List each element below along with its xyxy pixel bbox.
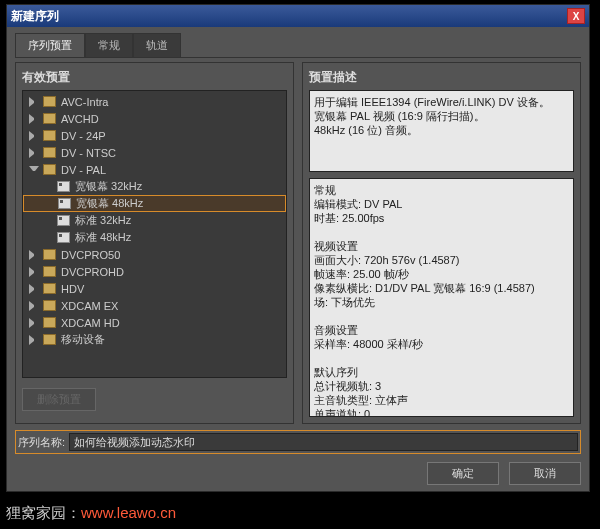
- folder-icon: [43, 96, 56, 107]
- delete-preset-button: 删除预置: [22, 388, 96, 411]
- detail-line: [314, 309, 569, 323]
- tree-item-label: 移动设备: [61, 332, 105, 347]
- tree-item-label: 宽银幕 32kHz: [75, 179, 142, 194]
- preset-icon: [58, 198, 71, 209]
- chevron-right-icon[interactable]: [29, 97, 39, 107]
- sequence-name-row: 序列名称:: [15, 430, 581, 454]
- tree-folder[interactable]: AVCHD: [23, 110, 286, 127]
- folder-icon: [43, 164, 56, 175]
- desc-line-2: 宽银幕 PAL 视频 (16:9 隔行扫描)。: [314, 110, 485, 122]
- detail-line: 总计视频轨: 3: [314, 379, 569, 393]
- detail-line: 视频设置: [314, 239, 569, 253]
- detail-line: [314, 351, 569, 365]
- tree-item-label: XDCAM HD: [61, 317, 120, 329]
- tree-item-label: DV - NTSC: [61, 147, 116, 159]
- tree-item-label: 标准 48kHz: [75, 230, 131, 245]
- tree-item-label: AVC-Intra: [61, 96, 108, 108]
- cancel-button[interactable]: 取消: [509, 462, 581, 485]
- tree-item-label: DV - 24P: [61, 130, 106, 142]
- preset-icon: [57, 215, 70, 226]
- new-sequence-dialog: 新建序列 X 序列预置 常规 轨道 有效预置 AVC-IntraAVCHDDV …: [6, 4, 590, 492]
- tree-preset[interactable]: 标准 48kHz: [23, 229, 286, 246]
- sequence-name-input[interactable]: [69, 433, 578, 451]
- tree-item-label: HDV: [61, 283, 84, 295]
- button-row: 确定 取消: [15, 462, 581, 485]
- folder-icon: [43, 113, 56, 124]
- tab-general[interactable]: 常规: [85, 33, 133, 57]
- detail-line: 音频设置: [314, 323, 569, 337]
- ok-button[interactable]: 确定: [427, 462, 499, 485]
- tree-folder[interactable]: HDV: [23, 280, 286, 297]
- chevron-right-icon[interactable]: [29, 335, 39, 345]
- detail-line: 编辑模式: DV PAL: [314, 197, 569, 211]
- chevron-right-icon[interactable]: [29, 148, 39, 158]
- chevron-right-icon[interactable]: [29, 250, 39, 260]
- footer-site: 狸窝家园：: [6, 504, 81, 521]
- tree-preset[interactable]: 宽银幕 32kHz: [23, 178, 286, 195]
- chevron-right-icon[interactable]: [29, 114, 39, 124]
- desc-line-1: 用于编辑 IEEE1394 (FireWire/i.LINK) DV 设备。: [314, 96, 550, 108]
- chevron-right-icon[interactable]: [29, 267, 39, 277]
- detail-line: 帧速率: 25.00 帧/秒: [314, 267, 569, 281]
- titlebar[interactable]: 新建序列 X: [7, 5, 589, 27]
- tabs: 序列预置 常规 轨道: [15, 33, 581, 58]
- folder-icon: [43, 130, 56, 141]
- folder-icon: [43, 147, 56, 158]
- dialog-body: 序列预置 常规 轨道 有效预置 AVC-IntraAVCHDDV - 24PDV…: [7, 27, 589, 491]
- preset-icon: [57, 232, 70, 243]
- tree-folder[interactable]: 移动设备: [23, 331, 286, 348]
- detail-line: 采样率: 48000 采样/秒: [314, 337, 569, 351]
- chevron-right-icon[interactable]: [29, 131, 39, 141]
- tab-sequence-preset[interactable]: 序列预置: [15, 33, 85, 57]
- tree-folder[interactable]: XDCAM HD: [23, 314, 286, 331]
- presets-panel: 有效预置 AVC-IntraAVCHDDV - 24PDV - NTSCDV -…: [15, 62, 294, 424]
- tree-preset[interactable]: 宽银幕 48kHz: [23, 195, 286, 212]
- delete-row: 删除预置: [22, 388, 287, 411]
- chevron-right-icon[interactable]: [29, 284, 39, 294]
- tree-preset[interactable]: 标准 32kHz: [23, 212, 286, 229]
- chevron-right-icon[interactable]: [29, 301, 39, 311]
- detail-line: 默认序列: [314, 365, 569, 379]
- description-panel: 预置描述 用于编辑 IEEE1394 (FireWire/i.LINK) DV …: [302, 62, 581, 424]
- tab-tracks[interactable]: 轨道: [133, 33, 181, 57]
- tree-item-label: 宽银幕 48kHz: [76, 196, 143, 211]
- preset-icon: [57, 181, 70, 192]
- description-title: 预置描述: [309, 69, 574, 86]
- footer-watermark: 狸窝家园：www.leawo.cn: [6, 504, 176, 523]
- folder-icon: [43, 334, 56, 345]
- dialog-title: 新建序列: [11, 8, 59, 25]
- description-box: 用于编辑 IEEE1394 (FireWire/i.LINK) DV 设备。 宽…: [309, 90, 574, 172]
- panels: 有效预置 AVC-IntraAVCHDDV - 24PDV - NTSCDV -…: [15, 62, 581, 424]
- folder-icon: [43, 283, 56, 294]
- detail-line: [314, 225, 569, 239]
- tree-item-label: DV - PAL: [61, 164, 106, 176]
- tree-item-label: AVCHD: [61, 113, 99, 125]
- close-button[interactable]: X: [567, 8, 585, 24]
- folder-icon: [43, 249, 56, 260]
- chevron-down-icon[interactable]: [29, 166, 39, 176]
- detail-line: 像素纵横比: D1/DV PAL 宽银幕 16:9 (1.4587): [314, 281, 569, 295]
- detail-line: 单声道轨: 0: [314, 407, 569, 417]
- detail-line: 场: 下场优先: [314, 295, 569, 309]
- detail-line: 主音轨类型: 立体声: [314, 393, 569, 407]
- tree-folder[interactable]: DV - NTSC: [23, 144, 286, 161]
- presets-title: 有效预置: [22, 69, 287, 86]
- detail-line: 画面大小: 720h 576v (1.4587): [314, 253, 569, 267]
- tree-folder[interactable]: DV - 24P: [23, 127, 286, 144]
- details-box: 常规编辑模式: DV PAL时基: 25.00fps 视频设置画面大小: 720…: [309, 178, 574, 417]
- detail-line: 时基: 25.00fps: [314, 211, 569, 225]
- folder-icon: [43, 266, 56, 277]
- detail-line: 常规: [314, 183, 569, 197]
- desc-line-3: 48kHz (16 位) 音频。: [314, 124, 418, 136]
- tree-folder[interactable]: XDCAM EX: [23, 297, 286, 314]
- tree-item-label: 标准 32kHz: [75, 213, 131, 228]
- tree-folder[interactable]: DVCPROHD: [23, 263, 286, 280]
- chevron-right-icon[interactable]: [29, 318, 39, 328]
- tree-folder[interactable]: DVCPRO50: [23, 246, 286, 263]
- tree-folder[interactable]: DV - PAL: [23, 161, 286, 178]
- tree-folder[interactable]: AVC-Intra: [23, 93, 286, 110]
- tree-item-label: DVCPRO50: [61, 249, 120, 261]
- tree-item-label: DVCPROHD: [61, 266, 124, 278]
- footer-url: www.leawo.cn: [81, 504, 176, 521]
- presets-tree[interactable]: AVC-IntraAVCHDDV - 24PDV - NTSCDV - PAL宽…: [22, 90, 287, 378]
